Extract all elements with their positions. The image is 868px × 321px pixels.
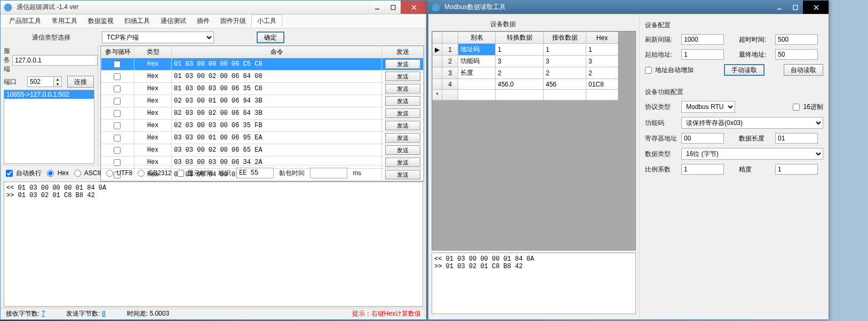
conv-cell[interactable]: 2 [496,67,544,79]
hex16-check[interactable]: 16进制 [793,103,823,112]
cmd-cell[interactable]: 01 03 00 00 00 06 C5 C8 [172,58,382,71]
titlebar[interactable]: 通信超级调试 -1.4 ver [1,1,426,14]
loop-checkbox[interactable] [114,85,121,92]
connection-item[interactable]: 10855->127.0.0.1:502 [4,90,94,99]
server-input[interactable] [12,55,98,66]
recv-cell[interactable]: 1 [544,44,586,56]
hex-cell[interactable]: 2 [586,67,618,79]
titlebar2[interactable]: Modbus数据读取工具 [428,1,829,14]
reg-addr-input[interactable] [681,133,724,144]
new-row[interactable]: * [433,90,618,100]
table-row[interactable]: 4456.045601C8 [433,79,618,90]
marker-input[interactable] [236,168,274,178]
loop-checkbox[interactable] [114,122,121,129]
minimize-button2[interactable] [771,1,787,14]
table-row[interactable]: ▶1地址码111 [433,44,618,56]
stick-input[interactable] [310,168,347,178]
modbus-log[interactable]: << 01 03 00 00 00 01 84 0A >> 01 03 02 0… [432,253,636,314]
cmd-cell[interactable]: 03 03 00 01 00 06 95 EA [172,132,382,144]
send-row-button[interactable]: 发送 [385,84,420,93]
cmd-cell[interactable]: 03 03 00 02 00 06 65 EA [172,144,382,156]
table-row[interactable]: Hex01 03 00 03 00 06 35 C8发送 [101,83,424,95]
port-spinner[interactable]: ▲▼ [54,76,62,87]
maximize-button[interactable] [385,1,401,14]
menu-5[interactable]: 插件 [192,14,215,28]
send-bytes-status-link[interactable]: 8 [102,310,106,317]
proto-select[interactable]: Modbus RTU [681,101,735,113]
loop-checkbox[interactable] [114,110,121,117]
table-row[interactable]: Hex02 03 00 02 00 06 64 3B发送 [101,107,424,120]
loop-checkbox[interactable] [114,98,121,105]
alias-cell[interactable]: 地址码 [458,44,496,56]
table-row[interactable]: Hex02 03 00 03 00 06 35 FB发送 [101,120,424,132]
recv-cell[interactable]: 2 [544,67,586,79]
maximize-button2[interactable] [787,1,803,14]
loop-checkbox[interactable] [114,135,121,142]
table-row[interactable]: 3长度222 [433,67,618,79]
table-row[interactable]: Hex01 03 00 02 00 06 64 08发送 [101,71,424,83]
recv-bytes-link[interactable]: 7 [42,310,45,317]
send-row-button[interactable]: 发送 [385,108,420,118]
manual-read-button[interactable]: 手动读取 [724,64,765,76]
recv-cell[interactable]: 3 [544,56,586,67]
log-area[interactable]: << 01 03 00 00 00 01 84 0A >> 01 03 02 0… [4,182,423,307]
cmd-cell[interactable]: 01 03 00 03 00 06 35 C8 [172,83,382,95]
auto-wrap-check[interactable]: 自动换行 [6,169,42,178]
conv-cell[interactable]: 3 [496,56,544,67]
cmd-cell[interactable]: 02 03 00 03 00 06 35 FB [172,120,382,132]
enc-gb-radio[interactable]: GB2312 [138,169,171,177]
minimize-button[interactable] [369,1,385,14]
connect-button[interactable]: 连接 [67,76,94,88]
menu-3[interactable]: 扫描工具 [119,14,155,28]
auto-read-button[interactable]: 自动读取 [784,64,823,76]
enc-ascii-radio[interactable]: ASCII [74,169,101,177]
hex-cell[interactable]: 01C8 [586,79,618,90]
conv-cell[interactable]: 1 [496,44,544,56]
auto-inc-check[interactable]: 地址自动增加 [645,66,694,75]
timeout-input[interactable] [775,34,818,45]
enc-utf8-radio[interactable]: UTF8 [106,169,132,177]
enc-hex-radio[interactable]: Hex [47,169,69,177]
table-row[interactable]: 2功能码333 [433,56,618,67]
send-row-button[interactable]: 发送 [385,72,420,81]
start-addr-input[interactable] [681,49,724,60]
send-row-button[interactable]: 发送 [385,59,420,69]
col-hex[interactable]: Hex [586,32,618,44]
col-conv[interactable]: 转换数据 [496,32,544,44]
col-recv[interactable]: 接收数据 [544,32,586,44]
show-time-check[interactable]: 显示时间 [177,169,213,178]
col-cmd[interactable]: 命令 [172,46,382,58]
func-code-select[interactable]: 读保持寄存器(0x03) [681,117,823,129]
col-send[interactable]: 发送 [382,46,424,58]
send-row-button[interactable]: 发送 [385,145,420,155]
conv-cell[interactable]: 456.0 [496,79,544,90]
col-loop[interactable]: 参与循环 [101,46,134,58]
confirm-button[interactable]: 确定 [257,32,284,43]
menu-4[interactable]: 通信测试 [155,14,192,28]
send-row-button[interactable]: 发送 [385,133,420,143]
menu-0[interactable]: 产品部工具 [4,14,46,28]
recv-cell[interactable]: 456 [544,79,586,90]
table-row[interactable]: Hex02 03 00 01 00 06 94 3B发送 [101,95,424,107]
alias-cell[interactable] [458,79,496,90]
connection-list[interactable]: 10855->127.0.0.1:502 [4,90,94,164]
loop-checkbox[interactable] [114,73,121,80]
hex-cell[interactable]: 1 [586,44,618,56]
menu-1[interactable]: 常用工具 [46,14,83,28]
comm-type-select[interactable]: TCP客户端 [102,32,214,43]
alias-cell[interactable]: 长度 [458,67,496,79]
cmd-cell[interactable]: 02 03 00 02 00 06 64 3B [172,107,382,120]
hex-cell[interactable]: 3 [586,56,618,67]
loop-checkbox[interactable] [114,147,121,154]
port-input[interactable] [27,76,54,87]
menu-2[interactable]: 数据监视 [83,14,119,28]
col-alias[interactable]: 别名 [458,32,496,44]
table-row[interactable]: Hex03 03 00 01 00 06 95 EA发送 [101,132,424,144]
send-row-button[interactable]: 发送 [385,121,420,130]
table-row[interactable]: Hex03 03 00 02 00 06 65 EA发送 [101,144,424,156]
send-row-button[interactable]: 发送 [385,96,420,106]
refresh-input[interactable] [681,34,724,45]
col-type[interactable]: 类型 [134,46,172,58]
close-button[interactable] [401,1,426,14]
end-addr-input[interactable] [775,49,818,60]
